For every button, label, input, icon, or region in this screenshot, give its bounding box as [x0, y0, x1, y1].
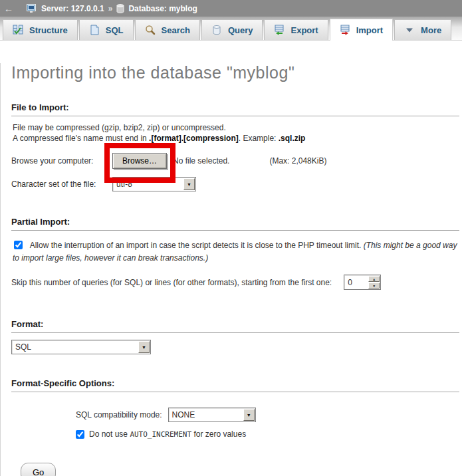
tab-more[interactable]: More [394, 19, 451, 40]
sql-compatibility-value: NONE [169, 408, 243, 421]
auto-increment-text: Do not use AUTO_INCREMENT for zero value… [89, 429, 246, 439]
breadcrumb-separator: » [108, 4, 113, 13]
tab-sql[interactable]: SQL [79, 19, 134, 40]
tab-label: Export [290, 25, 318, 35]
skip-queries-row: Skip this number of queries (for SQL) or… [11, 275, 459, 290]
tab-query[interactable]: Query [201, 19, 263, 40]
breadcrumb-database[interactable]: Database: myblog [128, 4, 197, 13]
tab-structure[interactable]: Structure [3, 19, 78, 40]
tab-bar: Structure SQL Search Query [0, 17, 462, 41]
auto-increment-row: Do not use AUTO_INCREMENT for zero value… [76, 429, 459, 439]
auto-increment-code: AUTO_INCREMENT [130, 430, 191, 439]
allow-interruption-row: Allow the interruption of an import in c… [13, 239, 459, 265]
charset-row: Character set of the file: utf-8 ▼ [11, 177, 459, 191]
format-heading: Format: [11, 319, 459, 333]
format-selected-value: SQL [12, 340, 138, 354]
spinner-up-icon[interactable]: ▲ [368, 276, 380, 282]
import-page: Importing into the database "myblog" Fil… [0, 63, 462, 476]
spinner: ▲ ▼ [368, 276, 380, 289]
dropdown-arrow-icon[interactable]: ▼ [138, 341, 150, 353]
compression-info: File may be compressed (gzip, bzip2, zip… [13, 122, 459, 144]
browse-button[interactable]: Browse… [112, 153, 167, 169]
breadcrumb-bar: ← Server: 127.0.0.1 » Database: myblog [0, 0, 462, 17]
auto-increment-suffix: for zero values [191, 429, 246, 439]
dropdown-arrow-icon[interactable]: ▼ [243, 409, 255, 421]
file-to-import-heading: File to Import: [11, 102, 459, 116]
page-title: Importing into the database "myblog" [11, 63, 459, 82]
skip-queries-input[interactable]: 0 ▲ ▼ [344, 275, 381, 290]
name-rule-pattern: .[format].[compression] [149, 134, 239, 143]
tab-label: Import [356, 25, 383, 35]
auto-increment-checkbox[interactable] [76, 430, 84, 439]
breadcrumb-server[interactable]: Server: 127.0.0.1 [41, 4, 104, 13]
browse-row: Browse your computer: Browse… No file se… [11, 153, 459, 169]
auto-increment-prefix: Do not use [89, 429, 130, 439]
allow-interruption-text: Allow the interruption of an import in c… [30, 241, 364, 250]
name-rule-example: .sql.zip [279, 134, 306, 143]
chevron-down-icon [404, 25, 415, 35]
import-icon [340, 25, 350, 35]
dropdown-arrow-icon[interactable]: ▼ [183, 178, 195, 190]
compression-line: File may be compressed (gzip, bzip2, zip… [13, 123, 226, 132]
partial-import-heading: Partial Import: [11, 217, 459, 231]
tab-export[interactable]: Export [264, 19, 328, 40]
export-icon [274, 25, 285, 35]
sql-compatibility-row: SQL compatibility mode: NONE ▼ [76, 408, 459, 422]
tab-import[interactable]: Import [330, 19, 393, 41]
charset-label: Character set of the file: [11, 179, 112, 189]
format-specific-options-heading: Format-Specific Options: [11, 378, 459, 392]
tab-label: Structure [29, 25, 68, 35]
allow-interruption-checkbox[interactable] [14, 241, 23, 249]
back-arrow-icon[interactable]: ← [4, 3, 13, 14]
sql-icon [89, 25, 100, 35]
skip-queries-label: Skip this number of queries (for SQL) or… [11, 278, 332, 287]
sql-compatibility-select[interactable]: NONE ▼ [168, 408, 256, 422]
format-select[interactable]: SQL ▼ [11, 340, 151, 354]
database-icon [116, 4, 124, 13]
server-icon [27, 4, 37, 13]
tab-label: Query [228, 25, 253, 35]
name-rule-mid: . Example: [239, 134, 279, 143]
tab-label: SQL [106, 25, 124, 35]
no-file-selected-text: No file selected. [173, 156, 229, 166]
browse-label: Browse your computer: [11, 156, 112, 166]
tab-label: More [421, 25, 441, 35]
search-icon [145, 25, 156, 35]
go-button[interactable]: Go [21, 463, 56, 476]
skip-queries-value: 0 [344, 275, 368, 289]
tab-search[interactable]: Search [135, 19, 200, 40]
charset-select[interactable]: utf-8 ▼ [112, 177, 196, 191]
tab-label: Search [162, 25, 190, 35]
sql-compatibility-label: SQL compatibility mode: [76, 410, 162, 419]
max-upload-size: (Max: 2,048KiB) [269, 156, 326, 166]
spinner-down-icon[interactable]: ▼ [368, 283, 380, 289]
structure-icon [13, 25, 23, 35]
query-icon [211, 25, 222, 35]
charset-selected-value: utf-8 [113, 178, 183, 191]
name-rule-prefix: A compressed file's name must end in [13, 134, 149, 143]
